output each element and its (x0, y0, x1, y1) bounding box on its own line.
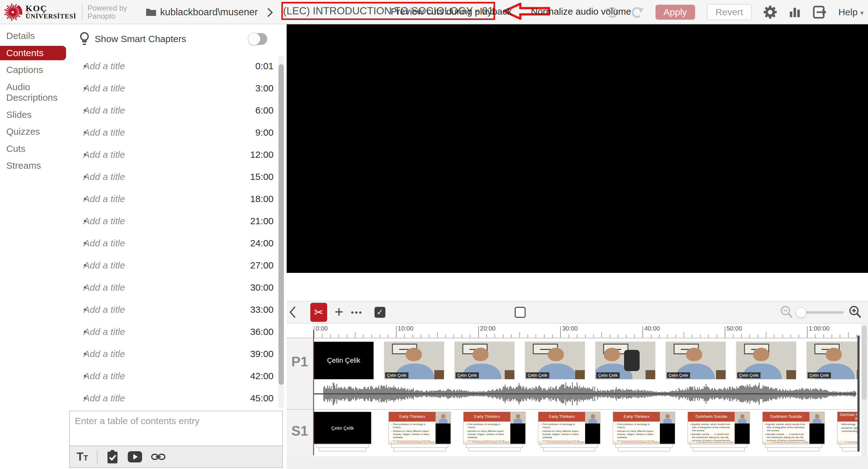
chapter-time[interactable]: 33:00 (250, 304, 274, 315)
chapter-title[interactable]: Add a title (84, 172, 250, 182)
redo-icon[interactable] (630, 6, 644, 18)
timeline-scrollbar[interactable] (861, 324, 867, 456)
zoom-in-icon[interactable] (848, 305, 862, 319)
chapter-time[interactable]: 45:00 (250, 393, 274, 404)
video-thumbnail[interactable]: Çetin Çelik (666, 342, 725, 379)
chapter-title[interactable]: Add a title (84, 393, 250, 404)
slide-thumbnail[interactable]: Early Thinkers– First professor of socio… (463, 412, 526, 453)
chapter-time[interactable]: 30:00 (250, 282, 274, 293)
normalize-audio-checkbox[interactable] (515, 307, 526, 318)
slide-thumbnail[interactable]: Durkheim Suicide▪ Egoistic suicide, whic… (763, 412, 825, 453)
chapter-row[interactable]: •Add a title42:00 (72, 365, 274, 387)
chapter-time[interactable]: 39:00 (250, 349, 274, 359)
sidebar-item-streams[interactable]: Streams (0, 158, 72, 173)
chapter-time[interactable]: 21:00 (250, 216, 274, 226)
chapter-row[interactable]: •Add a title18:00 (72, 188, 274, 210)
chapter-title[interactable]: Add a title (84, 216, 250, 226)
timeline-overflow-menu-icon[interactable]: ••• (351, 307, 363, 318)
cut-tool-scissors-button[interactable]: ✂ (310, 303, 327, 322)
video-thumbnail[interactable]: Çetin Çelik (314, 342, 374, 379)
settings-gear-icon[interactable] (764, 6, 777, 19)
video-viewport[interactable] (287, 24, 868, 273)
link-icon[interactable] (151, 453, 165, 461)
chapter-time[interactable]: 18:00 (250, 194, 274, 204)
chapter-time[interactable]: 24:00 (250, 238, 274, 248)
video-thumbnail[interactable]: Çetin Çelik (736, 342, 796, 379)
chapter-row[interactable]: •Add a title39:00 (72, 343, 274, 365)
chapter-time[interactable]: 12:00 (250, 149, 274, 160)
chapter-row[interactable]: •Add a title0:01 (72, 55, 274, 77)
chapter-row[interactable]: •Add a title30:00 (72, 276, 274, 298)
slide-thumbnail[interactable]: Early Thinkers– First professor of socio… (538, 412, 600, 453)
slide-thumbnail[interactable]: Early Thinkers– First professor of socio… (389, 412, 451, 453)
chapter-row[interactable]: •Add a title36:00 (72, 321, 274, 343)
chapter-row[interactable]: •Add a title24:00 (72, 232, 274, 254)
sidebar-item-contents[interactable]: Contents (0, 46, 66, 60)
chapter-time[interactable]: 15:00 (250, 172, 274, 182)
chapter-title[interactable]: Add a title (84, 149, 250, 160)
youtube-video-icon[interactable] (127, 451, 143, 463)
help-menu[interactable]: Help ▾ (838, 7, 864, 18)
toc-entry-input[interactable] (69, 411, 283, 446)
smart-chapters-toggle[interactable] (249, 33, 267, 45)
chapter-title[interactable]: Add a title (84, 282, 250, 293)
video-thumbnail[interactable]: Çetin Çelik (525, 342, 585, 379)
sidebar-item-quizzes[interactable]: Quizzes (0, 124, 72, 139)
chapter-title[interactable]: Add a title (84, 238, 250, 248)
stats-bar-chart-icon[interactable] (788, 6, 801, 19)
slide-thumbnail[interactable]: Early Thinkers– First professor of socio… (613, 412, 675, 453)
sidebar-item-slides[interactable]: Slides (0, 108, 72, 122)
chapter-time[interactable]: 36:00 (250, 326, 274, 337)
chapter-title[interactable]: Add a title (84, 61, 255, 71)
sidebar-item-captions[interactable]: Captions (0, 63, 72, 77)
timeline-ruler[interactable]: 0:0010:0020:0030:0040:0050:001:00:00 (287, 324, 868, 338)
chapter-title[interactable]: Add a title (84, 371, 250, 381)
preview-cuts-checkbox[interactable]: ✓ (374, 307, 385, 318)
collapse-timeline-chevron-icon[interactable] (289, 306, 296, 318)
chapter-title[interactable]: Add a title (84, 127, 255, 138)
video-thumbnail[interactable]: Çetin Çelik (595, 342, 655, 379)
chapter-title[interactable]: Add a title (84, 194, 250, 204)
zoom-slider-knob[interactable] (796, 307, 806, 318)
chapter-time[interactable]: 6:00 (255, 105, 274, 116)
add-stream-plus-button[interactable]: + (335, 303, 343, 320)
chapter-title[interactable]: Add a title (84, 260, 250, 271)
chapter-time[interactable]: 0:01 (255, 61, 274, 71)
playhead[interactable] (313, 330, 314, 455)
timeline-zoom-slider[interactable] (796, 311, 844, 314)
video-thumbnail[interactable]: Çetin Çelik (384, 342, 444, 379)
chapter-row[interactable]: •Add a title6:00 (72, 99, 274, 121)
slide-thumbnail[interactable]: Çetin Çelik (314, 412, 371, 453)
chapter-row[interactable]: •Add a title15:00 (72, 166, 274, 188)
slide-thumbnail[interactable]: Durkheim Suicide▪ Egoistic suicide, whic… (688, 412, 750, 453)
revert-button[interactable]: Revert (707, 4, 752, 20)
chapter-title[interactable]: Add a title (84, 349, 250, 359)
zoom-out-icon[interactable] (779, 305, 794, 319)
sidebar-item-audio-descriptions[interactable]: Audio Descriptions (0, 80, 72, 105)
text-format-icon[interactable]: TT (76, 450, 88, 463)
chapter-row[interactable]: •Add a title33:00 (72, 298, 274, 321)
contents-scrollbar[interactable] (278, 56, 284, 409)
chapter-row[interactable]: •Add a title45:00 (72, 387, 274, 409)
apply-button[interactable]: Apply (655, 5, 695, 20)
exit-editor-icon[interactable] (813, 6, 827, 19)
sidebar-item-details[interactable]: Details (0, 29, 72, 43)
chapter-time[interactable]: 27:00 (250, 260, 274, 271)
chapter-title[interactable]: Add a title (84, 83, 255, 93)
chapter-row[interactable]: •Add a title27:00 (72, 254, 274, 276)
chapter-time[interactable]: 42:00 (250, 371, 274, 381)
chapter-title[interactable]: Add a title (84, 105, 255, 116)
breadcrumb-folder[interactable]: kublackboard\musener (160, 0, 258, 24)
sidebar-item-cuts[interactable]: Cuts (0, 142, 72, 156)
video-thumbnail[interactable]: Çetin Çelik (807, 342, 858, 379)
chapter-row[interactable]: •Add a title21:00 (72, 210, 274, 232)
quiz-clipboard-icon[interactable] (106, 450, 119, 464)
chapter-title[interactable]: Add a title (84, 304, 250, 315)
contents-scrollbar-thumb[interactable] (279, 64, 284, 385)
chapter-row[interactable]: •Add a title3:00 (72, 77, 274, 99)
slide-thumbnail[interactable]: German Sociology Max Weber· Methodology·… (837, 412, 858, 453)
chapter-time[interactable]: 9:00 (255, 127, 274, 138)
chapter-title[interactable]: Add a title (84, 326, 250, 337)
video-thumbnail[interactable]: Çetin Çelik (455, 342, 515, 379)
chapter-row[interactable]: •Add a title9:00 (72, 121, 274, 143)
